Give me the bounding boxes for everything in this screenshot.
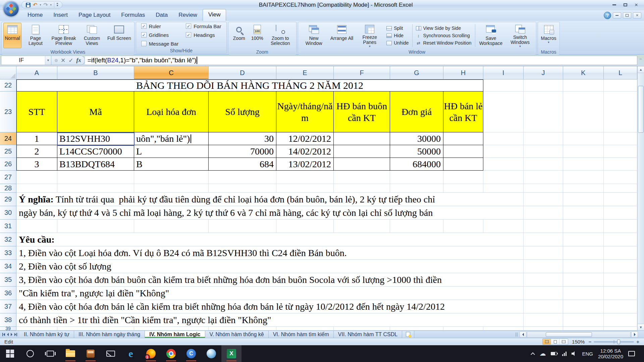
customize-qat-icon[interactable]: ▾ <box>57 3 58 7</box>
cell[interactable] <box>563 313 604 327</box>
network-icon[interactable] <box>562 352 567 356</box>
cell[interactable] <box>483 300 524 313</box>
cell-note-30[interactable]: ngày bán, ký tự thứ 4 và 5 chỉ mã loại h… <box>16 206 483 220</box>
close-button[interactable]: × <box>631 2 641 8</box>
cell[interactable] <box>443 220 483 233</box>
cell[interactable] <box>604 92 637 132</box>
cell-header-hdbl[interactable]: HĐ bán lẻ cần KT <box>443 92 483 132</box>
cell[interactable] <box>524 246 563 260</box>
cell[interactable] <box>483 246 524 260</box>
cell[interactable] <box>276 184 334 193</box>
cell[interactable] <box>524 313 563 327</box>
cell[interactable] <box>604 206 637 220</box>
enter-formula-button[interactable]: ✓ <box>68 57 73 64</box>
cell[interactable] <box>483 132 524 145</box>
cell-note-36[interactable]: "Cần kiểm tra", ngược lại điền "Không" <box>16 287 483 300</box>
macros-button[interactable]: Macros ▾ <box>540 23 558 48</box>
cell[interactable] <box>604 300 637 313</box>
sheet-tab-tim-kiem[interactable]: VI. Nhóm hàm tìm kiếm <box>269 331 334 338</box>
save-icon[interactable] <box>26 3 31 7</box>
cell-a25[interactable]: 2 <box>16 145 57 158</box>
previous-sheet-button[interactable] <box>7 333 9 336</box>
cell-note-38[interactable]: có thành tiền > 1tr thì điền "Cần kiểm t… <box>16 313 483 327</box>
cell[interactable] <box>524 171 563 184</box>
scroll-down-icon[interactable]: ▼ <box>638 324 644 330</box>
column-header-j[interactable]: J <box>524 66 563 79</box>
minimize-button[interactable] <box>609 2 619 8</box>
app-box-button[interactable] <box>80 345 101 362</box>
cell-header-ngay[interactable]: Ngày/tháng/năm <box>276 92 334 132</box>
cell[interactable] <box>16 327 57 330</box>
row-header-38[interactable]: 38 <box>0 313 16 327</box>
cell[interactable] <box>483 184 524 193</box>
cell-c25[interactable]: L <box>134 145 209 158</box>
row-header-35[interactable]: 35 <box>0 273 16 287</box>
arrange-all-button[interactable]: Arrange All <box>329 23 355 48</box>
cell-g26[interactable]: 684000 <box>390 158 443 171</box>
column-header-c[interactable]: C <box>134 66 209 79</box>
cell[interactable] <box>563 193 604 206</box>
cell[interactable] <box>563 171 604 184</box>
firefox-button[interactable]: 1 <box>141 345 161 362</box>
row-header-29[interactable]: 29 <box>0 193 16 206</box>
cancel-formula-button[interactable]: ✕ <box>61 57 65 64</box>
cell[interactable] <box>604 246 637 260</box>
cell[interactable] <box>563 300 604 313</box>
cell[interactable] <box>390 171 443 184</box>
first-sheet-button[interactable] <box>2 333 5 336</box>
column-header-g[interactable]: G <box>390 66 443 79</box>
cell[interactable] <box>524 260 563 273</box>
row-header-37[interactable]: 37 <box>0 300 16 313</box>
cell-h26[interactable] <box>443 158 483 171</box>
cell[interactable] <box>209 220 276 233</box>
page-break-shortcut[interactable] <box>559 339 568 345</box>
insert-function-button[interactable]: fx <box>76 57 81 64</box>
cell[interactable] <box>483 260 524 273</box>
cell[interactable] <box>604 327 637 330</box>
row-header-23[interactable]: 23 <box>0 92 16 132</box>
page-layout-view-button[interactable]: Page Layout <box>21 23 50 48</box>
column-header-b[interactable]: B <box>57 66 134 79</box>
cell-h25[interactable] <box>443 145 483 158</box>
cell[interactable] <box>524 327 563 330</box>
split-button[interactable]: Split <box>386 25 409 31</box>
help-button[interactable]: ? <box>604 12 611 19</box>
horizontal-scrollbar[interactable] <box>516 331 638 338</box>
cell[interactable] <box>604 233 637 246</box>
cell[interactable] <box>209 171 276 184</box>
scrollbar-thumb[interactable] <box>546 332 592 337</box>
cell[interactable] <box>604 273 637 287</box>
cell[interactable] <box>524 206 563 220</box>
cell[interactable] <box>563 184 604 193</box>
tab-split-handle[interactable] <box>516 333 518 337</box>
cell-note-35[interactable]: 3, Điền vào cột hóa đơn bán buôn cần kiể… <box>16 273 483 287</box>
battery-icon[interactable] <box>551 352 557 355</box>
cell[interactable] <box>276 220 334 233</box>
tab-home[interactable]: Home <box>22 10 48 21</box>
cell[interactable] <box>604 193 637 206</box>
cell-note-33[interactable]: 1, Điền vào cột Loại hóa đơn. Ví dụ ô B2… <box>16 246 483 260</box>
cell[interactable] <box>483 313 524 327</box>
row-header-25[interactable]: 25 <box>0 145 16 158</box>
checkbox-message-bar[interactable]: Message Bar <box>141 41 178 47</box>
cell[interactable] <box>563 92 604 132</box>
row-header-22[interactable]: 22 <box>0 79 16 92</box>
scrollbar-track[interactable] <box>527 331 631 338</box>
page-layout-shortcut[interactable] <box>551 339 559 345</box>
sheet-tab-ngay-thang[interactable]: III. Nhóm hàm ngày tháng <box>74 331 145 338</box>
column-header-i[interactable]: I <box>483 66 524 79</box>
excel-taskbar-button[interactable]: X <box>221 345 241 362</box>
tab-page-layout[interactable]: Page Layout <box>73 10 116 21</box>
formula-input[interactable]: =if(left(B24,1)="b","bán buôn","bán lẻ") <box>85 56 637 65</box>
cell-h24[interactable] <box>443 132 483 145</box>
tab-review[interactable]: Review <box>173 10 203 21</box>
cell[interactable] <box>483 220 524 233</box>
cell-c26[interactable]: B <box>134 158 209 171</box>
checkbox-ruler[interactable]: ✓ Ruler <box>141 23 178 29</box>
cell-header-ma[interactable]: Mã <box>57 92 134 132</box>
column-header-d[interactable]: D <box>209 66 276 79</box>
cell[interactable] <box>604 313 637 327</box>
next-sheet-button[interactable] <box>11 333 12 336</box>
cell-b25[interactable]: L14CCSC70000 <box>57 145 134 158</box>
cell-a26[interactable]: 3 <box>16 158 57 171</box>
